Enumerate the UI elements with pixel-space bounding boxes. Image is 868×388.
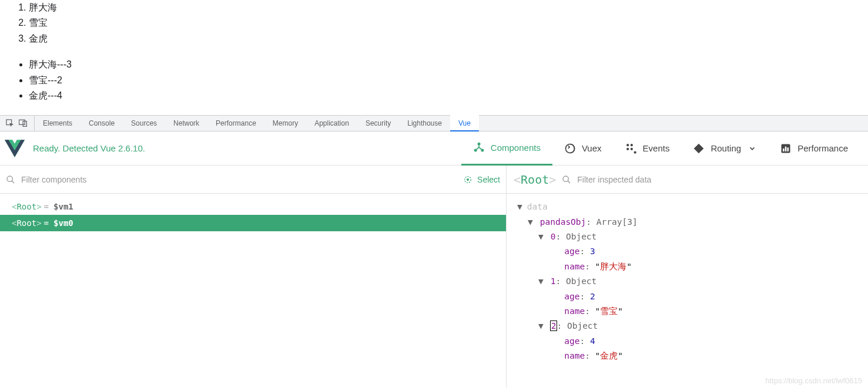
svg-point-11 <box>634 151 636 153</box>
svg-point-8 <box>630 144 632 146</box>
tab-performance[interactable]: Performance <box>768 131 860 166</box>
select-target-button[interactable]: Select <box>463 175 500 184</box>
svg-point-3 <box>477 143 480 146</box>
devtools-tabbar: ElementsConsoleSourcesNetworkPerformance… <box>0 115 868 131</box>
devtools-tab-lighthouse[interactable]: Lighthouse <box>399 115 450 131</box>
filter-inspected-input[interactable] <box>577 175 861 184</box>
data-prop-age[interactable]: age: 2 <box>517 289 868 304</box>
svg-point-9 <box>626 148 629 150</box>
svg-point-16 <box>7 176 12 181</box>
tab-label: Performance <box>797 143 848 153</box>
tab-routing[interactable]: Routing <box>681 131 768 166</box>
data-prop-name[interactable]: name: "雪宝" <box>517 304 868 319</box>
devtools-tab-memory[interactable]: Memory <box>264 115 306 131</box>
devtools-tab-elements[interactable]: Elements <box>35 115 81 131</box>
list-item: 金虎---4 <box>29 88 853 103</box>
list-item: 金虎 <box>29 31 853 46</box>
target-icon <box>463 175 472 184</box>
data-object[interactable]: ▼ 1: Object <box>517 274 868 289</box>
data-section[interactable]: ▼ data <box>517 200 868 214</box>
tab-vuex[interactable]: Vuex <box>552 131 614 166</box>
components-icon <box>473 141 485 153</box>
vuex-icon <box>564 143 576 154</box>
select-target-label: Select <box>477 175 500 184</box>
list-item: 雪宝---2 <box>29 73 853 88</box>
filter-components-input[interactable] <box>21 175 457 184</box>
components-filter-row: Select <box>0 166 506 194</box>
ordered-list: 胖大海 雪宝 金虎 <box>29 0 853 46</box>
tab-label: Components <box>491 143 541 153</box>
inspect-icon[interactable] <box>6 119 14 127</box>
svg-rect-15 <box>787 147 789 151</box>
component-tree-row[interactable]: <Root>=$vm0 <box>0 215 506 231</box>
search-icon <box>6 175 15 184</box>
svg-rect-14 <box>785 147 787 151</box>
inspector-title: <Root> <box>514 173 556 187</box>
tab-label: Routing <box>711 143 741 153</box>
devtools-tab-application[interactable]: Application <box>306 115 357 131</box>
list-item: 胖大海---3 <box>29 57 853 72</box>
data-object[interactable]: ▼ 2: Object <box>517 319 868 333</box>
page-output: 胖大海 雪宝 金虎 胖大海---3 雪宝---2 金虎---4 <box>0 0 868 115</box>
list-item: 胖大海 <box>29 0 853 15</box>
vue-panel-header: Ready. Detected Vue 2.6.10. Components V… <box>0 131 868 166</box>
list-item: 雪宝 <box>29 15 853 31</box>
performance-icon <box>780 143 792 154</box>
vue-main-panel: Select <Root>=$vm1<Root>=$vm0 <Root> ▼ d… <box>0 166 868 387</box>
search-icon <box>562 175 571 184</box>
data-array[interactable]: ▼ pandasObj: Array[3] <box>517 215 868 230</box>
tab-label: Events <box>643 143 670 153</box>
data-prop-age[interactable]: age: 3 <box>517 244 868 259</box>
chevron-down-icon <box>748 144 756 153</box>
svg-point-10 <box>630 148 632 150</box>
devtools-tab-sources[interactable]: Sources <box>123 115 165 131</box>
watermark-text: https://blog.csdn.net/lwf0615 <box>765 376 862 385</box>
data-object[interactable]: ▼ 0: Object <box>517 230 868 244</box>
routing-icon <box>693 143 705 154</box>
svg-point-7 <box>626 144 629 146</box>
vue-status-text: Ready. Detected Vue 2.6.10. <box>33 143 461 153</box>
svg-point-18 <box>467 179 469 181</box>
svg-rect-13 <box>783 149 785 151</box>
device-icon[interactable] <box>19 119 28 127</box>
component-tree-row[interactable]: <Root>=$vm1 <box>0 198 506 215</box>
events-icon <box>625 143 637 154</box>
svg-point-19 <box>563 176 568 181</box>
svg-rect-1 <box>19 120 25 125</box>
component-tree: <Root>=$vm1<Root>=$vm0 <box>0 194 506 231</box>
devtools-tab-console[interactable]: Console <box>81 115 123 131</box>
devtools-tab-vue[interactable]: Vue <box>450 115 479 131</box>
data-prop-name[interactable]: name: "胖大海" <box>517 259 868 274</box>
inspector-header: <Root> <box>507 166 868 194</box>
data-prop-age[interactable]: age: 4 <box>517 334 868 349</box>
tab-components[interactable]: Components <box>461 131 552 166</box>
data-tree: ▼ data▼ pandasObj: Array[3]▼ 0: Object a… <box>507 194 868 363</box>
devtools-tab-performance[interactable]: Performance <box>207 115 264 131</box>
data-prop-name[interactable]: name: "金虎" <box>517 349 868 363</box>
devtools-tab-network[interactable]: Network <box>165 115 207 131</box>
vue-logo-icon <box>5 139 25 158</box>
devtools-tab-security[interactable]: Security <box>357 115 399 131</box>
tab-events[interactable]: Events <box>614 131 682 166</box>
unordered-list: 胖大海---3 雪宝---2 金虎---4 <box>29 57 853 103</box>
tab-label: Vuex <box>582 143 602 153</box>
